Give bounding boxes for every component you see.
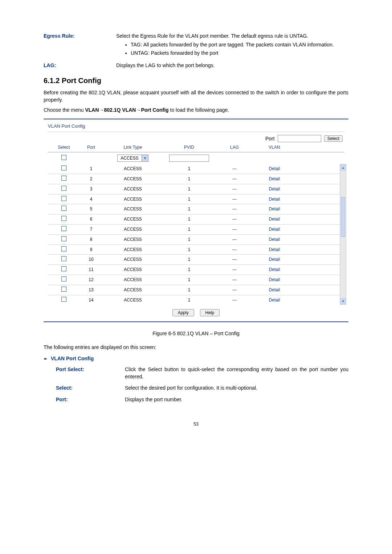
row-select-cell bbox=[49, 176, 78, 182]
select-def-text: Select the desired port for configuratio… bbox=[125, 385, 348, 392]
row-port: 3 bbox=[78, 186, 104, 192]
menu-path: VLAN→802.1Q VLAN→Port Config bbox=[85, 107, 168, 113]
row-select-cell bbox=[49, 246, 78, 253]
row-checkbox[interactable] bbox=[61, 276, 66, 282]
panel-title: VLAN Port Config bbox=[48, 122, 344, 132]
table-scrollbar[interactable]: ▴ ▾ bbox=[340, 164, 346, 305]
row-pvid: 1 bbox=[162, 237, 216, 243]
help-button[interactable]: Help bbox=[200, 309, 220, 316]
row-checkbox[interactable] bbox=[61, 297, 66, 302]
row-lag: --- bbox=[216, 206, 253, 212]
row-linktype: ACCESS bbox=[104, 277, 162, 283]
row-port: 4 bbox=[78, 196, 104, 202]
row-vlan: Detail bbox=[253, 247, 296, 253]
def-lag: LAG: Displays the LAG to which the port … bbox=[44, 62, 348, 69]
port-number-input[interactable] bbox=[278, 135, 321, 142]
detail-link[interactable]: Detail bbox=[269, 257, 280, 262]
def-port-select: Port Select: Click the Select button to … bbox=[56, 366, 348, 380]
linktype-dropdown[interactable]: ACCESS ▾ bbox=[117, 155, 148, 162]
row-checkbox[interactable] bbox=[61, 196, 66, 201]
row-checkbox[interactable] bbox=[61, 287, 66, 292]
detail-link[interactable]: Detail bbox=[269, 197, 280, 202]
row-checkbox[interactable] bbox=[61, 246, 66, 251]
detail-link[interactable]: Detail bbox=[269, 166, 280, 171]
select-def-label: Select: bbox=[56, 385, 125, 392]
port-def-label: Port: bbox=[56, 396, 125, 403]
bottom-definitions: Port Select: Click the Select button to … bbox=[44, 366, 348, 403]
detail-link[interactable]: Detail bbox=[269, 186, 280, 192]
row-select-cell bbox=[49, 266, 78, 273]
row-pvid: 1 bbox=[162, 287, 216, 293]
row-vlan: Detail bbox=[253, 216, 296, 222]
table-row: 1ACCESS1---Detail bbox=[48, 164, 344, 174]
row-vlan: Detail bbox=[253, 297, 296, 303]
row-checkbox[interactable] bbox=[61, 176, 66, 181]
apply-button[interactable]: Apply bbox=[172, 309, 194, 316]
egress-rule-text: Select the Egress Rule for the VLAN port… bbox=[116, 33, 348, 58]
row-pvid: 1 bbox=[162, 247, 216, 253]
detail-link[interactable]: Detail bbox=[269, 206, 280, 212]
pvid-input[interactable] bbox=[169, 155, 209, 162]
table-row: 2ACCESS1---Detail bbox=[48, 174, 344, 184]
row-checkbox[interactable] bbox=[61, 186, 66, 191]
detail-link[interactable]: Detail bbox=[269, 297, 280, 303]
row-pvid: 1 bbox=[162, 277, 216, 283]
row-lag: --- bbox=[216, 247, 253, 253]
row-linktype: ACCESS bbox=[104, 186, 162, 192]
detail-link[interactable]: Detail bbox=[269, 237, 280, 242]
select-all-checkbox[interactable] bbox=[61, 155, 66, 160]
row-select-cell bbox=[49, 287, 78, 294]
egress-bullet-untag: UNTAG: Packets forwarded by the port bbox=[131, 50, 348, 57]
table-row: 13ACCESS1---Detail bbox=[48, 285, 344, 295]
section-heading: 6.1.2 Port Config bbox=[44, 75, 348, 86]
row-linktype: ACCESS bbox=[104, 226, 162, 233]
header-port: Port bbox=[78, 144, 104, 151]
port-select-def-text: Click the Select button to quick-select … bbox=[125, 366, 348, 380]
egress-bullets: TAG: All packets forwarded by the port a… bbox=[116, 41, 348, 57]
table-row: 5ACCESS1---Detail bbox=[48, 204, 344, 214]
port-select-label: Port bbox=[265, 135, 275, 143]
sub-header: ➢VLAN Port Config bbox=[44, 355, 348, 362]
row-checkbox[interactable] bbox=[61, 266, 66, 271]
filter-pvid-cell bbox=[162, 155, 216, 162]
row-vlan: Detail bbox=[253, 277, 296, 283]
row-checkbox[interactable] bbox=[61, 256, 66, 261]
row-pvid: 1 bbox=[162, 186, 216, 192]
detail-link[interactable]: Detail bbox=[269, 287, 280, 292]
row-checkbox[interactable] bbox=[61, 216, 66, 221]
scroll-up-icon[interactable]: ▴ bbox=[340, 164, 346, 171]
detail-link[interactable]: Detail bbox=[269, 277, 280, 282]
lag-label: LAG: bbox=[44, 62, 116, 69]
row-checkbox[interactable] bbox=[61, 226, 66, 231]
row-linktype: ACCESS bbox=[104, 257, 162, 263]
scroll-down-icon[interactable]: ▾ bbox=[340, 298, 346, 304]
header-lag: LAG bbox=[216, 144, 253, 151]
scrollbar-thumb[interactable] bbox=[341, 197, 345, 237]
detail-link[interactable]: Detail bbox=[269, 267, 280, 272]
row-checkbox[interactable] bbox=[61, 165, 66, 171]
row-port: 1 bbox=[78, 166, 104, 172]
row-select-cell bbox=[49, 256, 78, 263]
vlan-port-config-panel: VLAN Port Config Port Select Select Port… bbox=[44, 119, 348, 322]
table-row: 6ACCESS1---Detail bbox=[48, 214, 344, 225]
table-scroll-area: 1ACCESS1---Detail2ACCESS1---Detail3ACCES… bbox=[48, 164, 344, 305]
detail-link[interactable]: Detail bbox=[269, 217, 280, 222]
detail-link[interactable]: Detail bbox=[269, 227, 280, 232]
row-checkbox[interactable] bbox=[61, 206, 66, 211]
port-def-text: Displays the port number. bbox=[125, 396, 348, 403]
detail-link[interactable]: Detail bbox=[269, 176, 280, 181]
row-checkbox[interactable] bbox=[61, 236, 66, 241]
row-pvid: 1 bbox=[162, 297, 216, 303]
select-button[interactable]: Select bbox=[324, 135, 343, 142]
row-select-cell bbox=[49, 186, 78, 193]
port-select-row: Port Select bbox=[48, 132, 344, 144]
detail-link[interactable]: Detail bbox=[269, 247, 280, 252]
row-port: 5 bbox=[78, 206, 104, 212]
row-lag: --- bbox=[216, 287, 253, 293]
table-header-row: Select Port Link Type PVID LAG VLAN bbox=[48, 144, 344, 152]
row-vlan: Detail bbox=[253, 206, 296, 212]
row-linktype: ACCESS bbox=[104, 247, 162, 253]
row-pvid: 1 bbox=[162, 166, 216, 172]
filter-linktype-cell: ACCESS ▾ bbox=[104, 155, 162, 162]
header-pvid: PVID bbox=[162, 144, 216, 151]
